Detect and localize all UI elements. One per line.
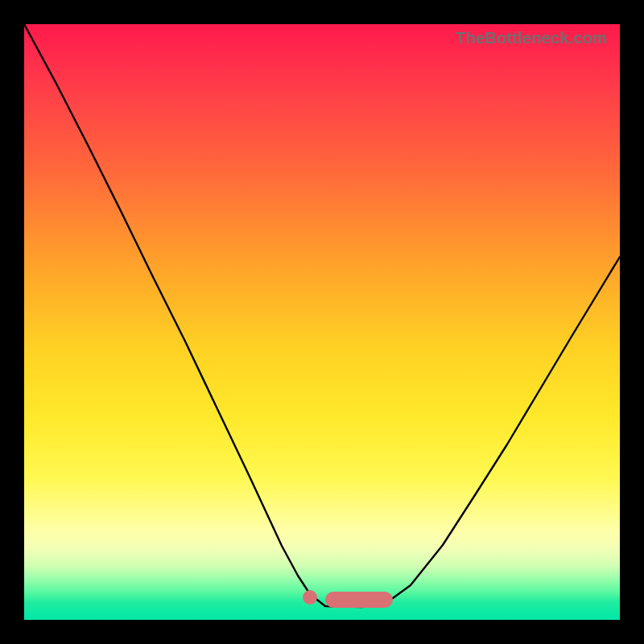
watermark-label: TheBottleneck.com: [456, 29, 607, 47]
optimal-start-dot: [303, 590, 317, 605]
curve-path: [24, 24, 620, 607]
bottleneck-curve: [24, 24, 620, 620]
optimal-range-track: [325, 592, 393, 608]
chart-frame: TheBottleneck.com: [24, 24, 620, 620]
